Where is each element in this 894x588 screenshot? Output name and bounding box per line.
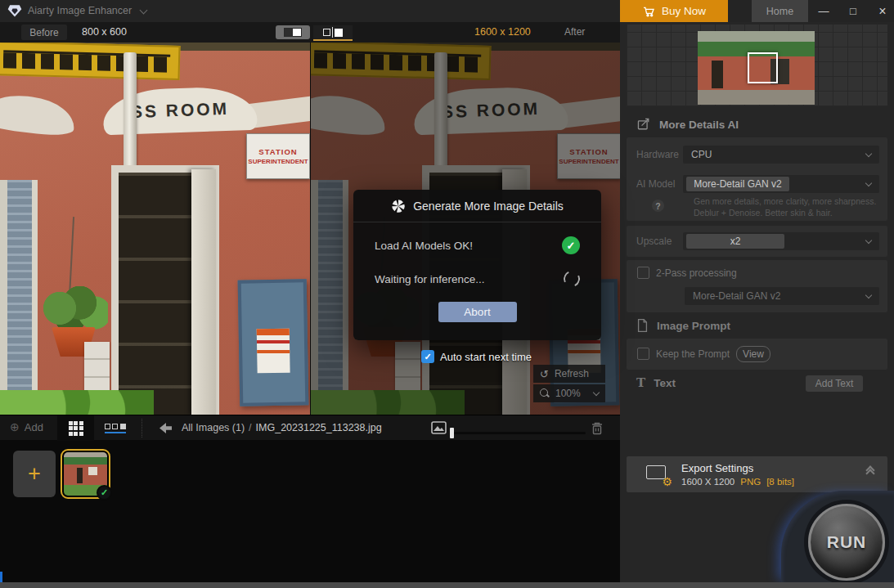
two-pass-label: 2-Pass processing (656, 267, 737, 279)
navigator-panel[interactable] (627, 25, 887, 106)
section-text: T Text (636, 375, 676, 390)
chevron-down-icon[interactable] (140, 7, 148, 15)
ai-model-label: AI Model (636, 178, 675, 190)
help-icon[interactable]: ? (652, 200, 664, 212)
list-view-button[interactable] (97, 415, 133, 441)
hardware-dropdown[interactable]: CPU (683, 146, 879, 164)
status-loaded-text: Load AI Models OK! (375, 240, 473, 252)
breadcrumb-all-images[interactable]: All Images (1) (182, 422, 245, 433)
chevron-down-icon (865, 150, 872, 156)
buy-now-button[interactable]: Buy Now (620, 0, 728, 22)
grid-view-button[interactable] (57, 415, 94, 441)
zoom-value: 100% (555, 388, 581, 399)
two-pass-model-value: More-Detail GAN v2 (693, 290, 780, 302)
aperture-icon (391, 199, 406, 213)
chevron-down-icon (865, 291, 872, 298)
preview-toolbar: Before 800 x 600 1600 x 1200 After (0, 22, 620, 43)
upscale-label: Upscale (636, 236, 672, 247)
keep-prompt-checkbox[interactable] (637, 348, 649, 360)
title-bar: Aiarty Image Enhancer Buy Now Home — □ × (0, 0, 894, 22)
viewer-controls: ↺ Refresh 100% (533, 365, 605, 404)
refresh-button[interactable]: ↺ Refresh (533, 365, 605, 383)
add-text-button[interactable]: Add Text (806, 375, 863, 392)
minimize-button[interactable]: — (810, 0, 838, 22)
single-view-icon (284, 28, 302, 37)
refresh-label: Refresh (555, 368, 589, 379)
hardware-label: Hardware (636, 149, 679, 160)
auto-start-checkbox[interactable]: ✓ (421, 350, 434, 363)
buy-now-label: Buy Now (662, 5, 706, 17)
ai-model-chip: More-Detail GAN v2 (686, 177, 789, 191)
refresh-icon: ↺ (540, 368, 549, 380)
upscale-dropdown[interactable]: x2 (683, 232, 879, 250)
breadcrumb-filename: IMG_20231225_113238.jpg (256, 422, 382, 433)
slider-thumb[interactable] (450, 428, 454, 438)
upscale-card: Upscale x2 (627, 226, 887, 257)
auto-start-row: ✓ Auto start next time (421, 350, 532, 363)
magnifier-icon (540, 388, 550, 398)
breadcrumb: All Images (1)/IMG_20231225_113238.jpg (182, 422, 382, 433)
page-icon (636, 318, 649, 333)
after-label: After (564, 26, 585, 38)
photo-yellow-sign (0, 43, 181, 80)
app-window: Aiarty Image Enhancer Buy Now Home — □ ×… (0, 0, 894, 588)
section-image-prompt: Image Prompt (636, 318, 730, 333)
hardware-value: CPU (691, 149, 712, 160)
run-button[interactable]: RUN (808, 504, 885, 581)
split-view-toggle[interactable] (313, 25, 353, 41)
export-format: PNG (740, 477, 761, 487)
close-button[interactable]: × (869, 0, 894, 22)
model-settings-card: Hardware CPU AI Model More-Detail GAN v2… (627, 137, 887, 221)
check-circle-icon: ✓ (562, 236, 580, 254)
ai-model-dropdown[interactable]: More-Detail GAN v2 (683, 175, 879, 193)
app-title: Aiarty Image Enhancer (28, 5, 132, 16)
zoom-dropdown[interactable]: 100% (533, 384, 605, 402)
before-pane[interactable]: SS ROOM STATION SUPERINTENDENT (0, 43, 310, 415)
keep-prompt-card: Keep the Prompt View (627, 339, 887, 370)
thumbnail-size-icon (431, 421, 447, 434)
status-row-waiting: Waiting for inference... (375, 271, 580, 287)
photo-station-sign: STATION SUPERINTENDENT (246, 133, 310, 179)
gear-icon: ⚙ (662, 476, 672, 487)
trash-icon[interactable] (591, 421, 604, 435)
export-size: 1600 X 1200 (681, 477, 735, 487)
navigator-viewport-rect[interactable] (748, 52, 778, 83)
window-bottom-strip (0, 582, 894, 588)
view-prompt-button[interactable]: View (736, 346, 770, 362)
export-settings-icon: ⚙ (646, 464, 671, 485)
single-view-toggle[interactable] (276, 25, 310, 39)
collapse-chevrons-icon[interactable] (867, 467, 874, 474)
thumbnail-strip: + ✓ (0, 440, 620, 582)
back-arrow-icon[interactable] (159, 422, 173, 434)
chevron-down-icon (865, 179, 872, 186)
dialog-header: Generate More Image Details (353, 190, 601, 222)
two-pass-model-dropdown[interactable]: More-Detail GAN v2 (685, 287, 879, 305)
dialog-title: Generate More Image Details (413, 200, 564, 213)
abort-button[interactable]: Abort (438, 302, 517, 322)
photo-window (0, 180, 38, 415)
export-settings-card[interactable]: ⚙ Export Settings 1600 X 1200PNG[8 bits] (627, 456, 887, 492)
add-image-button[interactable]: ⊕ Add (10, 420, 43, 433)
app-logo-icon (7, 2, 23, 19)
model-description-line2: Deblur + Denoise. Better skin & hair. (694, 208, 833, 218)
section-more-details-ai: More Details AI (636, 117, 739, 132)
export-settings-summary: 1600 X 1200PNG[8 bits] (681, 477, 794, 487)
thumbnail-size-slider[interactable] (451, 432, 586, 434)
image-thumbnail-selected[interactable]: ✓ (61, 449, 110, 499)
photo-door (111, 165, 219, 415)
toolbar-separator (142, 419, 142, 438)
settings-sidebar: More Details AI Hardware CPU AI Model Mo… (620, 22, 894, 582)
spinner-icon (561, 268, 582, 290)
bottom-toolbar: ⊕ Add All Images (1)/IMG_20231225_113238… (0, 415, 620, 440)
home-button[interactable]: Home (752, 0, 808, 22)
two-pass-checkbox[interactable] (637, 267, 649, 279)
text-tool-icon: T (636, 375, 645, 390)
chevron-down-icon (593, 388, 600, 395)
chevron-down-icon (865, 236, 872, 243)
model-description-line1: Gen more details, more clarity, more sha… (694, 196, 876, 206)
add-image-tile[interactable]: + (13, 451, 56, 497)
status-waiting-text: Waiting for inference... (375, 273, 485, 285)
list-view-icon (105, 424, 126, 429)
photo-scene-before: SS ROOM STATION SUPERINTENDENT (0, 43, 310, 415)
maximize-button[interactable]: □ (839, 0, 867, 22)
